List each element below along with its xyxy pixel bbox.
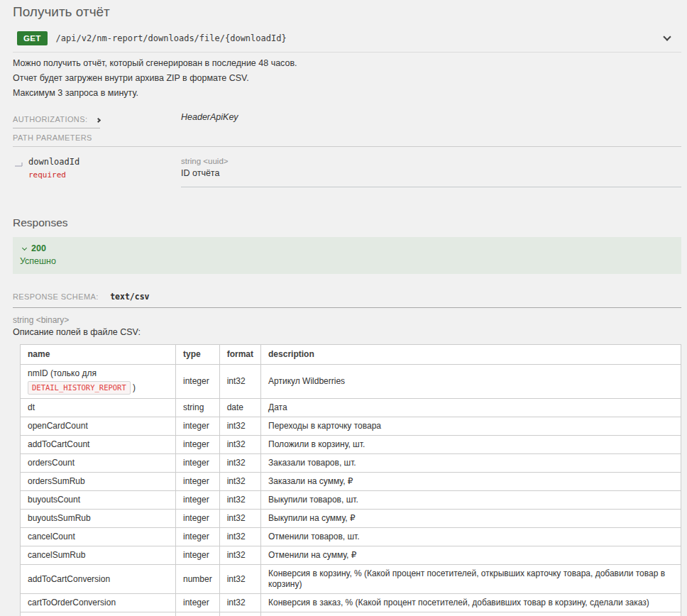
enum-code-tag: DETAIL_HISTORY_REPORT (28, 381, 131, 395)
table-header-row: nametypeformatdescription (21, 345, 681, 365)
csv-fields-table: nametypeformatdescription nmID (только д… (20, 344, 681, 616)
cell-format: int32 (219, 565, 260, 594)
table-row: ordersSumRubintegerint32Заказали на сумм… (21, 473, 681, 491)
cell-format: int32 (219, 594, 260, 612)
field-tree-icon (14, 160, 24, 169)
table-row: cancelSumRubintegerint32Отменили на сумм… (21, 546, 681, 565)
cell-type: number (176, 565, 220, 594)
response-200-panel[interactable]: 200 Успешно (13, 237, 681, 274)
authorizations-row: AUTHORIZATIONS: HeaderApiKey (13, 112, 681, 126)
cell-format: int32 (219, 546, 260, 565)
authorizations-expander[interactable]: AUTHORIZATIONS: (13, 112, 100, 128)
cell-format: int32 (219, 365, 260, 399)
response-code: 200 (31, 243, 46, 253)
schema-table-body: nmID (только дляDETAIL_HISTORY_REPORT )i… (21, 365, 681, 616)
chevron-down-icon (22, 246, 27, 251)
table-row: nmID (только дляDETAIL_HISTORY_REPORT )i… (21, 365, 681, 399)
chevron-down-icon[interactable] (663, 33, 671, 40)
column-header-format: format (219, 345, 260, 365)
cell-name: ordersCount (21, 454, 176, 473)
cell-name: openCardCount (21, 417, 176, 436)
table-row: cancelCountintegerint32Отменили товаров,… (21, 528, 681, 546)
table-row: ordersCountintegerint32Заказали товаров,… (21, 454, 681, 473)
response-body-description: Описание полей в файле CSV: (13, 327, 681, 337)
path-parameters-label: PATH PARAMETERS (13, 133, 681, 147)
cell-type: integer (176, 546, 220, 565)
cell-description: Отменили на сумму, ₽ (261, 546, 681, 565)
cell-description: Процент выкупа, % (Какой процент посетит… (261, 612, 681, 616)
cell-format: date (219, 399, 260, 417)
cell-type: integer (176, 417, 220, 436)
cell-description: Выкупили товаров, шт. (261, 491, 681, 510)
cell-format: int32 (219, 417, 260, 436)
cell-name: ordersSumRub (21, 473, 176, 491)
cell-name: nmID (только дляDETAIL_HISTORY_REPORT ) (21, 365, 176, 399)
cell-type: integer (176, 491, 220, 510)
cell-description: Переходы в карточку товара (261, 417, 681, 436)
responses-heading: Responses (13, 216, 681, 230)
cell-description: Дата (261, 399, 681, 417)
endpoint-path: /api/v2/nm-report/downloads/file/{downlo… (56, 33, 287, 43)
cell-format: int32 (219, 510, 260, 528)
cell-type: integer (176, 473, 220, 491)
param-name-cell: downloadId required (13, 157, 181, 187)
response-label: Успешно (20, 256, 673, 266)
cell-format: int32 (219, 436, 260, 454)
cell-description: Заказали товаров, шт. (261, 454, 681, 473)
cell-name: addToCartConversion (21, 565, 176, 594)
cell-type: integer (176, 594, 220, 612)
cell-format: int32 (219, 528, 260, 546)
cell-name: addToCartCount (21, 436, 176, 454)
response-schema-row: RESPONSE SCHEMA: text/csv (13, 290, 681, 308)
param-type: string <uuid> (181, 157, 681, 165)
cell-name: dt (21, 399, 176, 417)
page-title: Получить отчёт (13, 0, 681, 20)
param-required-badge: required (28, 170, 79, 180)
cell-name: cartToOrderConversion (21, 594, 176, 612)
cell-format: int32 (219, 612, 260, 616)
table-row: addToCartCountintegerint32Положили в кор… (21, 436, 681, 454)
cell-name: cancelCount (21, 528, 176, 546)
chevron-right-icon (96, 118, 101, 123)
table-row: buyoutsCountintegerint32Выкупили товаров… (21, 491, 681, 510)
cell-description: Артикул Wildberries (261, 365, 681, 399)
cell-description: Конверсия в заказ, % (Какой процент посе… (261, 594, 681, 612)
cell-type: integer (176, 612, 220, 616)
cell-format: int32 (219, 491, 260, 510)
table-row: openCardCountintegerint32Переходы в карт… (21, 417, 681, 436)
cell-name: buyoutsCount (21, 491, 176, 510)
description-line: Можно получить отчёт, который сгенериров… (13, 56, 681, 71)
cell-type: integer (176, 454, 220, 473)
table-row: buyoutsSumRubintegerint32Выкупили на сум… (21, 510, 681, 528)
endpoint-bar[interactable]: GET /api/v2/nm-report/downloads/file/{do… (13, 31, 681, 53)
cell-format: int32 (219, 473, 260, 491)
param-name: downloadId (28, 157, 79, 167)
table-row: addToCartConversionnumberint32Конверсия … (21, 565, 681, 594)
cell-description: Заказали на сумму, ₽ (261, 473, 681, 491)
authorizations-label: AUTHORIZATIONS: (13, 115, 87, 123)
cell-type: integer (176, 510, 220, 528)
response-code-line: 200 (20, 243, 673, 253)
cell-description: Положили в корзину, шт. (261, 436, 681, 454)
cell-description: Отменили товаров, шт. (261, 528, 681, 546)
operation-description: Можно получить отчёт, который сгенериров… (13, 56, 681, 101)
param-description: ID отчёта (181, 168, 681, 178)
cell-description: Выкупили на сумму, ₽ (261, 510, 681, 528)
response-schema-label: RESPONSE SCHEMA: (13, 292, 99, 301)
cell-type: integer (176, 436, 220, 454)
cell-type: integer (176, 528, 220, 546)
content-type-tab[interactable]: text/csv (110, 292, 149, 302)
description-line: Отчет будет загружен внутри архива ZIP в… (13, 71, 681, 86)
response-body-type: string <binary> (13, 315, 681, 325)
param-detail-cell: string <uuid> ID отчёта (181, 157, 681, 187)
cell-description: Конверсия в корзину, % (Какой процент по… (261, 565, 681, 594)
table-row: dtstringdateДата (21, 399, 681, 417)
operation-page: Получить отчёт GET /api/v2/nm-report/dow… (0, 0, 687, 616)
cell-name: cancelSumRub (21, 546, 176, 565)
cell-name: buyoutPercent (21, 612, 176, 616)
column-header-name: name (21, 345, 176, 365)
cell-format: int32 (219, 454, 260, 473)
column-header-description: description (261, 345, 681, 365)
cell-type: integer (176, 365, 220, 399)
authorizations-value: HeaderApiKey (181, 112, 238, 122)
